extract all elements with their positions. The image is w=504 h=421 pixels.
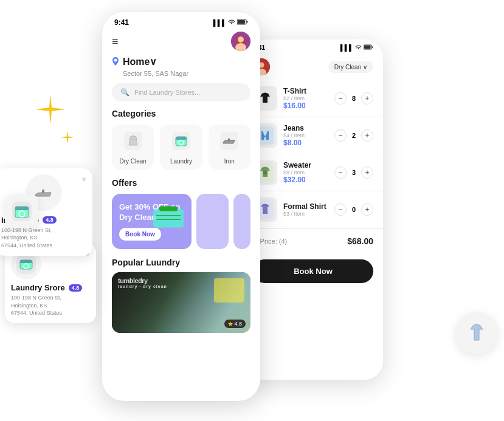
home-title[interactable]: Home∨	[123, 56, 188, 67]
item-name-tshirt: T-Shirt	[283, 87, 328, 95]
offer-card-tertiary	[233, 194, 250, 249]
order-item-jeans: Jeans $4 / Item $8.00 − 2 +	[243, 117, 383, 154]
item-price-jeans: $8.00	[283, 139, 328, 147]
item-name-formal: Formal Shirt	[283, 202, 328, 211]
qty-ctrl-sweater: − 3 +	[334, 166, 373, 179]
svg-rect-13	[228, 139, 230, 140]
phone-main: 9:41 ▌▌▌ ≡	[102, 12, 260, 401]
qty-ctrl-tshirt: − 8 +	[334, 92, 373, 104]
search-icon: 🔍	[120, 88, 129, 97]
filter-label: Dry Clean ∨	[334, 64, 367, 70]
scene: 9:41 ▌▌▌ ≡	[0, 0, 504, 421]
filter-chip[interactable]: Dry Clean ∨	[328, 61, 373, 73]
dry-clean-label: Dry Clean	[119, 158, 146, 165]
item-per-formal: $3 / Item	[283, 211, 328, 217]
item-per-jeans: $4 / Item	[283, 132, 328, 139]
categories-title: Categories	[102, 109, 260, 125]
svg-rect-34	[20, 260, 32, 263]
search-bar[interactable]: 🔍 Find Laundry Stores...	[112, 83, 250, 101]
phone2-signal-icon: ▌▌▌	[340, 44, 353, 51]
category-iron[interactable]: Iron	[209, 125, 250, 169]
phone2-battery-icon	[364, 44, 373, 51]
total-amount: $68.00	[347, 236, 373, 246]
svg-point-4	[238, 36, 244, 43]
qty-ctrl-formal: − 0 +	[334, 204, 373, 216]
menu-button[interactable]: ≡	[112, 35, 119, 48]
iron-icon	[220, 132, 238, 154]
status-icons: ▌▌▌	[213, 19, 248, 26]
heart-icon-iron[interactable]: ♥	[81, 174, 86, 184]
laundry-store-name: Laundry Srore 4.8	[11, 283, 90, 292]
qty-num-tshirt: 8	[349, 95, 359, 102]
avatar[interactable]	[231, 32, 250, 51]
item-price-tshirt: $16.00	[283, 101, 328, 110]
svg-rect-15	[159, 207, 178, 211]
categories-row: Dry Clean Laundry Iron	[102, 125, 260, 178]
phone2-header: Dry Clean ∨	[243, 51, 383, 80]
brand-name: tumbledry LAUNDRY · DRY CLEAN	[118, 277, 167, 289]
qty-plus-tshirt[interactable]: +	[361, 92, 373, 104]
book-now-button-order[interactable]: Book Now	[253, 259, 373, 283]
qty-plus-formal[interactable]: +	[361, 204, 373, 216]
svg-rect-36	[42, 190, 44, 193]
item-name-jeans: Jeans	[283, 124, 328, 132]
wifi-icon	[228, 19, 235, 26]
location-pin-icon	[112, 57, 119, 67]
svg-rect-10	[176, 137, 187, 140]
laundry-float-icon	[5, 194, 38, 228]
location-bar: Home∨ Sector 55, SAS Nagar	[102, 56, 260, 83]
phone2-status-bar: 9:41 ▌▌▌	[243, 39, 383, 51]
qty-minus-sweater[interactable]: −	[334, 166, 347, 179]
iron-label: Iron	[224, 158, 235, 165]
qty-ctrl-jeans: − 2 +	[334, 129, 373, 142]
category-dry-clean[interactable]: Dry Clean	[112, 125, 154, 169]
svg-rect-39	[15, 207, 29, 210]
book-now-bar: Book Now	[243, 253, 383, 293]
total-bar: al Price: (4) $68.00	[243, 228, 383, 253]
phone2-wifi-icon	[355, 44, 362, 51]
offer-card-main[interactable]: Get 30% OFF on Dry Clean Book Now	[112, 194, 192, 249]
item-per-tshirt: $2 / Item	[283, 95, 328, 101]
battery-icon	[237, 19, 248, 26]
item-per-sweater: $8 / Item	[283, 169, 328, 176]
offers-title: Offers	[112, 178, 250, 194]
search-placeholder: Find Laundry Stores...	[134, 89, 200, 96]
popular-title: Popular Luundry	[112, 258, 250, 272]
status-bar: 9:41 ▌▌▌	[102, 12, 260, 29]
iron-rating-badge: 4.8	[43, 216, 57, 224]
qty-num-sweater: 3	[349, 169, 359, 176]
qty-minus-tshirt[interactable]: −	[334, 92, 347, 104]
shirt-float-icon	[455, 312, 498, 354]
svg-marker-18	[228, 321, 233, 326]
iron-address: 100-198 N Green St,Hoisington, KS67544, …	[1, 227, 86, 250]
offers-row: Get 30% OFF on Dry Clean Book Now	[112, 194, 250, 249]
qty-num-jeans: 2	[349, 132, 359, 139]
popular-store-image[interactable]: tumbledry LAUNDRY · DRY CLEAN 4.8	[112, 272, 250, 333]
popular-section: Popular Luundry tumbledry LAUNDRY · DRY …	[102, 258, 260, 333]
svg-rect-2	[238, 20, 245, 24]
qty-plus-sweater[interactable]: +	[361, 166, 373, 179]
qty-plus-jeans[interactable]: +	[361, 129, 373, 142]
qty-minus-formal[interactable]: −	[334, 204, 347, 216]
phone-order: 9:41 ▌▌▌ Dry Clean ∨	[243, 39, 383, 380]
item-name-sweater: Sweater	[283, 161, 328, 169]
laundry-rating-badge: 4.8	[69, 284, 83, 292]
star-large-icon	[35, 94, 66, 125]
offer-card-secondary	[196, 194, 229, 249]
svg-rect-1	[247, 21, 248, 23]
offer-image	[150, 204, 187, 239]
signal-icon: ▌▌▌	[213, 19, 226, 26]
category-laundry[interactable]: Laundry	[160, 125, 202, 169]
star-small-icon	[61, 131, 74, 146]
qty-minus-jeans[interactable]: −	[334, 129, 347, 142]
order-items-list: T-Shirt $2 / Item $16.00 − 8 + Jeans $4 …	[243, 80, 383, 228]
item-price-sweater: $32.00	[283, 176, 328, 184]
laundry-icon	[172, 132, 190, 154]
location-subtitle: Sector 55, SAS Nagar	[123, 70, 188, 77]
order-item-formal: Formal Shirt $3 / Item − 0 +	[243, 191, 383, 228]
laundry-label: Laundry	[170, 158, 192, 165]
offers-section: Offers Get 30% OFF on Dry Clean Book Now	[102, 178, 260, 258]
laundry-address: 100-198 N Green St,Hoisington, KS67544, …	[11, 294, 90, 317]
qty-num-formal: 0	[349, 206, 359, 213]
dry-clean-icon	[124, 132, 142, 154]
